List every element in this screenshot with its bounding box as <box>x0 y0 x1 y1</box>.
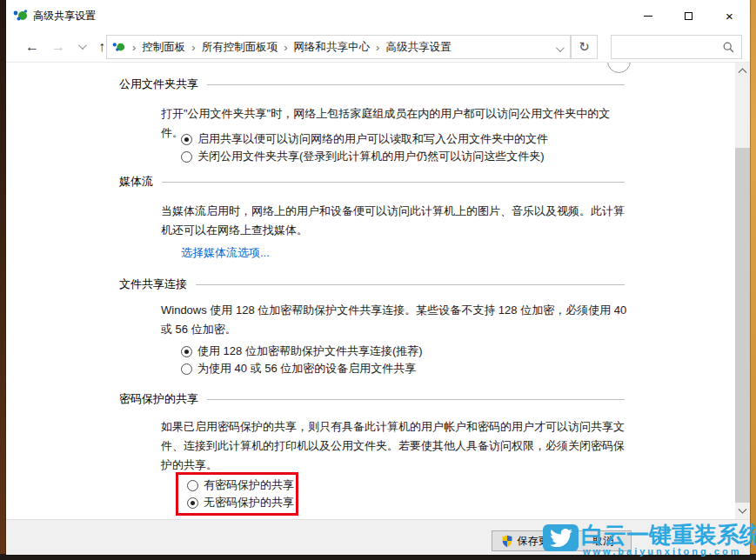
radio-icon <box>181 346 192 357</box>
radio-label: 无密码保护的共享 <box>204 495 294 510</box>
vertical-scrollbar[interactable] <box>735 63 750 519</box>
scroll-up-button[interactable] <box>735 63 750 77</box>
navigation-bar: ← → ↑ › 控制面板 › 所有控制面板项 › 网络和共享中心 › 高级共享设… <box>6 31 750 63</box>
save-changes-button[interactable]: 保存更改 <box>492 530 568 551</box>
close-button[interactable]: × <box>709 0 750 31</box>
section-password-protected-sharing: 密码保护的共享 <box>119 391 625 407</box>
breadcrumb-separator: › <box>191 41 195 54</box>
footer-bar: 保存更改 取消 <box>6 519 750 555</box>
radio-label: 有密码保护的共享 <box>204 477 294 493</box>
cancel-button[interactable]: 取消 <box>574 530 632 551</box>
desktop: 高级共享设置 × ← → ↑ › 控制面板 › 所有控制 <box>0 0 756 560</box>
radio-enable-public-sharing[interactable]: 启用共享以便可以访问网络的用户可以读取和写入公用文件夹中的文件 <box>181 130 548 148</box>
radio-128bit-encryption[interactable]: 使用 128 位加密帮助保护文件共享连接(推荐) <box>181 343 423 360</box>
radio-label: 使用 128 位加密帮助保护文件共享连接(推荐) <box>197 343 423 359</box>
chevron-down-icon <box>739 505 747 514</box>
radio-disable-public-sharing[interactable]: 关闭公用文件夹共享(登录到此计算机的用户仍然可以访问这些文件夹) <box>181 148 545 165</box>
collapse-section-button[interactable] <box>607 63 631 73</box>
choose-media-streaming-options-link[interactable]: 选择媒体流选项... <box>181 245 270 261</box>
radio-label: 启用共享以便可以访问网络的用户可以读取和写入公用文件夹中的文件 <box>197 131 548 147</box>
chevron-up-icon <box>739 68 747 77</box>
section-heading: 密码保护的共享 <box>119 391 198 407</box>
breadcrumb-advanced-sharing[interactable]: 高级共享设置 <box>385 40 451 55</box>
section-file-sharing-connections: 文件共享连接 <box>119 277 625 292</box>
breadcrumb-separator: › <box>132 41 136 54</box>
breadcrumb-control-panel[interactable]: 控制面板 <box>142 40 185 55</box>
titlebar: 高级共享设置 × <box>6 0 750 31</box>
close-icon: × <box>726 10 733 23</box>
forward-button[interactable]: → <box>46 31 70 62</box>
section-divider <box>207 399 625 400</box>
scroll-down-button[interactable] <box>735 504 750 519</box>
radio-icon <box>181 151 192 163</box>
section-divider <box>196 284 625 285</box>
section-media-streaming: 媒体流 <box>119 174 625 190</box>
maximize-icon <box>685 12 692 20</box>
section-heading: 公用文件夹共享 <box>119 77 198 92</box>
maximize-button[interactable] <box>668 0 709 31</box>
sharing-breadcrumb-icon <box>112 41 126 53</box>
advanced-sharing-settings-window: 高级共享设置 × ← → ↑ › 控制面板 › 所有控制 <box>6 0 750 555</box>
search-input[interactable] <box>615 37 719 57</box>
radio-icon <box>181 363 192 375</box>
section-heading: 媒体流 <box>119 174 153 190</box>
section-divider <box>207 84 625 85</box>
cancel-label: 取消 <box>592 534 613 549</box>
radio-label: 关闭公用文件夹共享(登录到此计算机的用户仍然可以访问这些文件夹) <box>197 149 545 164</box>
scrollbar-thumb[interactable] <box>735 148 750 503</box>
settings-content: 公用文件夹共享 打开"公用文件夹共享"时，网络上包括家庭组成员在内的用户都可以访… <box>6 63 735 519</box>
save-changes-label: 保存更改 <box>518 534 559 549</box>
section-public-folder-sharing: 公用文件夹共享 <box>119 77 625 92</box>
radio-password-protected-on[interactable]: 有密码保护的共享 <box>187 477 294 494</box>
address-bar[interactable]: › 控制面板 › 所有控制面板项 › 网络和共享中心 › 高级共享设置 <box>106 35 571 59</box>
minimize-icon <box>644 16 652 17</box>
radio-password-protected-off[interactable]: 无密码保护的共享 <box>187 494 294 511</box>
address-dropdown-button[interactable] <box>556 46 562 52</box>
breadcrumb-separator: › <box>284 41 287 54</box>
radio-label: 为使用 40 或 56 位加密的设备启用文件共享 <box>197 361 416 377</box>
radio-icon <box>187 480 198 491</box>
radio-icon <box>181 134 192 145</box>
search-icon <box>723 42 734 53</box>
minimize-button[interactable] <box>627 0 668 31</box>
uac-shield-icon <box>501 535 513 548</box>
chevron-down-icon <box>77 41 86 50</box>
refresh-button[interactable]: ↻ <box>571 35 598 59</box>
radio-icon <box>187 497 198 509</box>
radio-40-56bit-encryption[interactable]: 为使用 40 或 56 位加密的设备启用文件共享 <box>181 360 416 377</box>
sharing-app-icon <box>13 9 29 23</box>
window-title: 高级共享设置 <box>33 9 96 23</box>
section-description: Windows 使用 128 位加密帮助保护文件共享连接。某些设备不支持 128… <box>161 301 632 339</box>
breadcrumb-all-items[interactable]: 所有控制面板项 <box>202 40 278 55</box>
section-divider <box>162 182 625 183</box>
back-button[interactable]: ← <box>18 31 46 62</box>
section-heading: 文件共享连接 <box>119 277 187 292</box>
section-description: 如果已启用密码保护的共享，则只有具备此计算机的用户帐户和密码的用户才可以访问共享… <box>161 417 632 475</box>
breadcrumb-separator: › <box>376 41 379 54</box>
taskbar-strip <box>0 554 756 560</box>
chevron-down-icon <box>556 43 565 52</box>
recent-pages-dropdown[interactable] <box>72 31 90 62</box>
section-description: 当媒体流启用时，网络上的用户和设备便可以访问此计算机上的图片、音乐以及视频。此计… <box>161 202 632 240</box>
breadcrumb-network-sharing-center[interactable]: 网络和共享中心 <box>294 40 371 55</box>
search-box <box>611 35 742 59</box>
